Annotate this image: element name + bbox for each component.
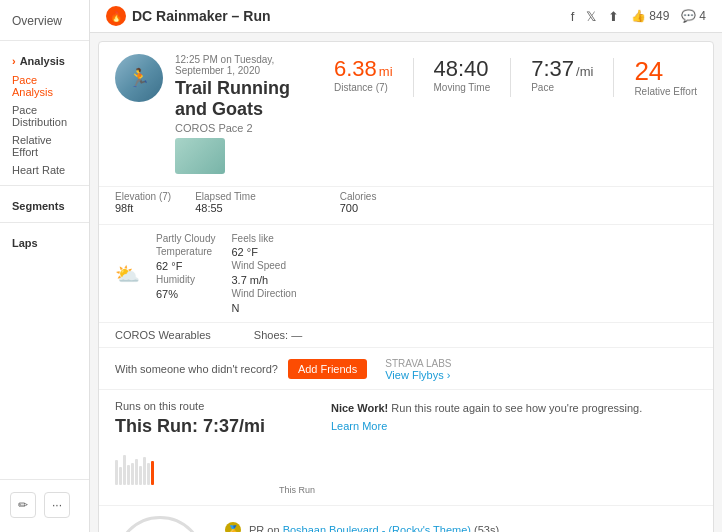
calories-stat: Calories 700 — [340, 191, 377, 214]
top-results-circle: TOP RESULTS — [115, 516, 205, 532]
friends-prompt: With someone who didn't record? — [115, 363, 278, 375]
distance-label: Distance (7) — [334, 82, 393, 93]
pace-value: 7:37 — [531, 58, 574, 80]
avatar: 🏃 — [115, 54, 163, 102]
route-right: Nice Work! Run this route again to see h… — [331, 400, 697, 495]
wind-dir-value: N — [231, 302, 296, 314]
route-section: Runs on this route This Run: 7:37/mi — [99, 390, 713, 506]
activity-device: COROS Pace 2 — [175, 122, 322, 134]
gear-shoes: Shoes: — — [254, 329, 302, 341]
comment-icon: 💬 — [681, 9, 696, 23]
calories-label: Calories — [340, 191, 377, 202]
activity-thumbnail — [175, 138, 225, 174]
comment-count: 4 — [699, 9, 706, 23]
strava-labs-label: STRAVA LABS — [385, 358, 451, 369]
elevation-label: Elevation (7) — [115, 191, 171, 202]
feels-like-label: Feels like — [231, 233, 296, 244]
activity-card: 🏃 12:25 PM on Tuesday, September 1, 2020… — [98, 41, 714, 532]
result-item-pr: 🥇 PR on Bosbaan Boulevard - (Rocky's The… — [225, 522, 697, 532]
temp-value: 62 °F — [156, 260, 215, 272]
stat-relative-effort: 24 Relative Effort — [634, 58, 697, 97]
stat-moving-time: 48:40 Moving Time — [434, 58, 491, 93]
sidebar-item-overview[interactable]: Overview — [0, 8, 89, 34]
pace-label: Pace — [531, 82, 593, 93]
header-bar: 🔥 DC Rainmaker – Run f 𝕏 ⬆ 👍 849 💬 4 — [90, 0, 722, 33]
humidity-label: Humidity — [156, 274, 215, 286]
feels-like-value: 62 °F — [231, 246, 296, 258]
facebook-share[interactable]: f — [571, 9, 575, 24]
weather-icon: ⛅ — [115, 262, 140, 286]
kudos-btn[interactable]: 👍 849 — [631, 9, 669, 23]
this-run-label: This Run — [115, 485, 315, 495]
edit-icon[interactable]: ✏ — [10, 492, 36, 518]
wind-speed-value: 3.7 m/h — [231, 274, 296, 286]
activity-info: 12:25 PM on Tuesday, September 1, 2020 T… — [175, 54, 322, 174]
gear-row: COROS Wearables Shoes: — — [99, 323, 713, 348]
comment-btn[interactable]: 💬 4 — [681, 9, 706, 23]
sidebar-sub-relative-effort[interactable]: Relative Effort — [0, 131, 89, 161]
elevation-stat: Elevation (7) 98ft — [115, 191, 171, 214]
main-content: 🔥 DC Rainmaker – Run f 𝕏 ⬆ 👍 849 💬 4 — [90, 0, 722, 532]
relative-effort-label: Relative Effort — [634, 86, 697, 97]
route-pace: This Run: 7:37/mi — [115, 416, 315, 437]
sidebar-sub-heart-rate[interactable]: Heart Rate — [0, 161, 89, 179]
distance-unit: mi — [379, 64, 393, 79]
elapsed-time-stat: Elapsed Time 48:55 — [195, 191, 256, 214]
share-btn[interactable]: ⬆ — [608, 9, 619, 24]
secondary-stats: Elevation (7) 98ft Elapsed Time 48:55 Ca… — [99, 187, 713, 225]
gear-device: COROS Wearables — [115, 329, 211, 341]
wind-dir-label: Wind Direction — [231, 288, 296, 300]
result-pr-link[interactable]: Bosbaan Boulevard - (Rocky's Theme) — [283, 524, 471, 532]
weather-row: ⛅ Partly Cloudy Feels like Temperature 6… — [99, 225, 713, 323]
sidebar: Overview ›Analysis Pace Analysis Pace Di… — [0, 0, 90, 532]
sidebar-section-segments: Segments — [0, 192, 89, 216]
stat-pace: 7:37 /mi Pace — [531, 58, 593, 93]
strava-icon: 🔥 — [106, 6, 126, 26]
weather-description-label: Partly Cloudy — [156, 233, 215, 244]
distance-value: 6.38 — [334, 58, 377, 80]
activity-timestamp: 12:25 PM on Tuesday, September 1, 2020 — [175, 54, 322, 76]
result-pr-text: PR on Bosbaan Boulevard - (Rocky's Theme… — [249, 524, 499, 532]
activity-title[interactable]: Trail Running and Goats — [175, 78, 322, 120]
gold-medal-icon: 🥇 — [225, 522, 241, 532]
temp-label: Temperature — [156, 246, 215, 258]
view-flybys-link[interactable]: View Flybys › — [385, 369, 450, 381]
stat-distance: 6.38 mi Distance (7) — [334, 58, 393, 93]
pace-unit: /mi — [576, 64, 593, 79]
thumbs-up-icon: 👍 — [631, 9, 646, 23]
page-title: 🔥 DC Rainmaker – Run — [106, 6, 270, 26]
results-list: 🥇 PR on Bosbaan Boulevard - (Rocky's The… — [225, 516, 697, 532]
weather-grid: Partly Cloudy Feels like Temperature 62 … — [156, 233, 297, 314]
twitter-share[interactable]: 𝕏 — [586, 9, 596, 24]
elapsed-time-label: Elapsed Time — [195, 191, 256, 202]
add-friends-button[interactable]: Add Friends — [288, 359, 367, 379]
friends-row: With someone who didn't record? Add Frie… — [99, 348, 713, 390]
top-results-section: TOP RESULTS 🥇 PR on Bosbaan Boulevard - … — [99, 506, 713, 532]
learn-more-link[interactable]: Learn More — [331, 420, 387, 432]
sidebar-section-analysis: ›Analysis — [0, 47, 89, 71]
kudos-count: 849 — [649, 9, 669, 23]
route-label: Runs on this route — [115, 400, 315, 412]
header-actions: f 𝕏 ⬆ 👍 849 💬 4 — [571, 9, 706, 24]
activity-header: 🏃 12:25 PM on Tuesday, September 1, 2020… — [99, 42, 713, 187]
calories-value: 700 — [340, 202, 377, 214]
more-options-icon[interactable]: ··· — [44, 492, 70, 518]
moving-time-label: Moving Time — [434, 82, 491, 93]
wind-speed-label: Wind Speed — [231, 260, 296, 272]
moving-time-value: 48:40 — [434, 58, 491, 80]
relative-effort-value: 24 — [634, 58, 697, 84]
sidebar-section-laps: Laps — [0, 229, 89, 253]
elevation-value: 98ft — [115, 202, 171, 214]
elapsed-time-value: 48:55 — [195, 202, 256, 214]
route-left: Runs on this route This Run: 7:37/mi — [115, 400, 315, 495]
humidity-value: 67% — [156, 288, 215, 300]
sidebar-sub-pace-dist[interactable]: Pace Distribution — [0, 101, 89, 131]
sidebar-sub-pace-analysis[interactable]: Pace Analysis — [0, 71, 89, 101]
